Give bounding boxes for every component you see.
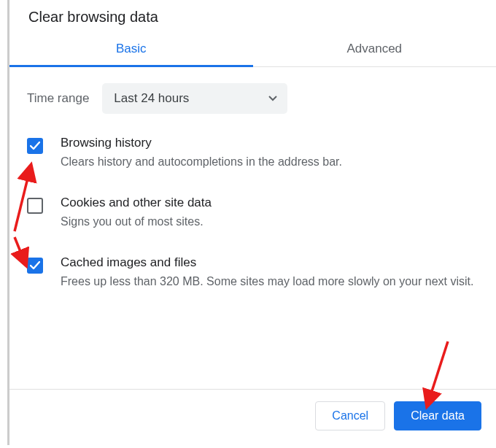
tab-advanced[interactable]: Advanced [253, 36, 497, 66]
time-range-value: Last 24 hours [114, 91, 189, 106]
cancel-button[interactable]: Cancel [315, 401, 385, 430]
time-range-select[interactable]: Last 24 hours [102, 83, 287, 114]
time-range-label: Time range [27, 91, 89, 106]
option-title: Cookies and other site data [61, 196, 212, 210]
dialog-title: Clear browsing data [9, 0, 496, 33]
tab-basic[interactable]: Basic [9, 36, 253, 66]
option-cache: Cached images and files Frees up less th… [27, 255, 478, 290]
clear-data-button[interactable]: Clear data [394, 401, 481, 430]
checkbox-browsing-history[interactable] [27, 138, 43, 154]
chevron-down-icon [268, 96, 277, 101]
check-icon [30, 261, 40, 270]
option-desc: Frees up less than 320 MB. Some sites ma… [61, 273, 473, 290]
option-desc: Signs you out of most sites. [61, 213, 212, 231]
option-browsing-history: Browsing history Clears history and auto… [27, 136, 478, 171]
check-icon [30, 142, 40, 150]
option-title: Cached images and files [61, 255, 473, 270]
option-cookies: Cookies and other site data Signs you ou… [27, 196, 478, 231]
tabs: Basic Advanced [9, 36, 496, 67]
checkbox-cookies[interactable] [27, 198, 43, 214]
option-title: Browsing history [61, 136, 342, 150]
option-desc: Clears history and autocompletions in th… [61, 153, 342, 171]
checkbox-cache[interactable] [27, 258, 43, 274]
dialog-footer: Cancel Clear data [9, 389, 496, 445]
